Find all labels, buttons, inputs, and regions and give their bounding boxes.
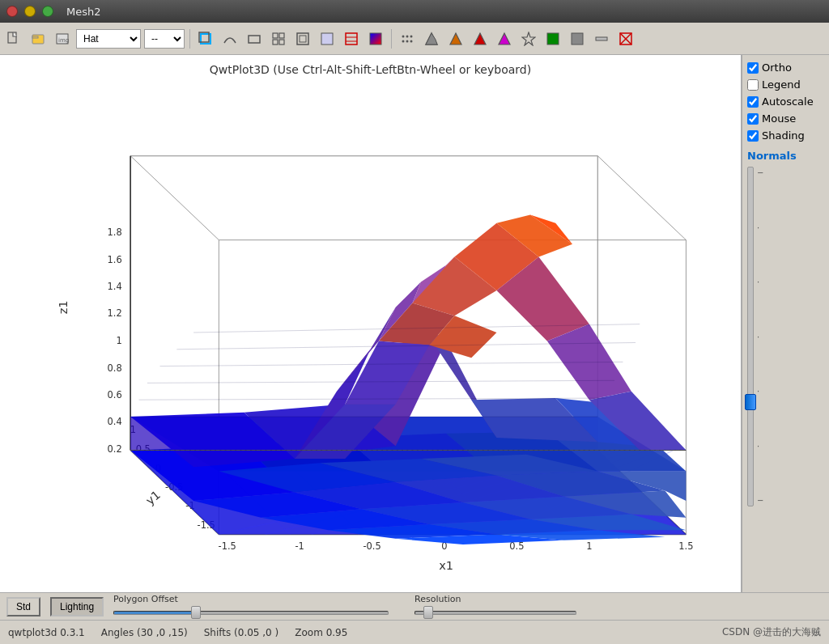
shading-checkbox[interactable] — [747, 130, 759, 142]
plot-canvas[interactable]: 0.2 0.4 0.6 0.8 1 1.2 1.4 1.6 1.8 z1 -1.… — [0, 80, 741, 585]
svg-point-22 — [402, 40, 405, 42]
svg-text:-1.5: -1.5 — [219, 540, 236, 552]
svg-marker-28 — [474, 33, 486, 44]
mountain-icon[interactable] — [421, 28, 442, 49]
color-icon[interactable] — [365, 28, 386, 49]
ortho-label: Ortho — [762, 61, 792, 74]
svg-point-21 — [410, 35, 413, 37]
svg-point-19 — [402, 35, 405, 37]
svg-text:0.4: 0.4 — [108, 416, 122, 427]
resolution-group: Resolution — [414, 594, 576, 619]
svg-rect-18 — [370, 33, 381, 44]
svg-text:-1: -1 — [295, 540, 304, 552]
polygon-offset-label: Polygon Offset — [113, 594, 178, 604]
svg-text:1.2: 1.2 — [108, 307, 122, 319]
open-icon[interactable] — [28, 28, 49, 49]
curve-icon[interactable] — [219, 28, 240, 49]
svg-rect-8 — [273, 33, 278, 38]
lighting-button[interactable]: Lighting — [50, 597, 104, 616]
svg-rect-11 — [279, 40, 284, 44]
svg-text:0.8: 0.8 — [108, 362, 122, 374]
mesh-icon[interactable] — [341, 28, 362, 49]
resolution-thumb[interactable] — [423, 606, 433, 619]
normals-dot-bot: − — [757, 496, 763, 505]
box-icon[interactable] — [195, 28, 216, 49]
svg-text:img: img — [58, 37, 69, 44]
resolution-slider[interactable] — [414, 606, 576, 619]
mouse-row: Mouse — [747, 112, 824, 125]
autoscale-label: Autoscale — [762, 95, 814, 108]
normals-dot-mid4: · — [757, 387, 763, 396]
maximize-button[interactable] — [42, 6, 53, 17]
separator-2 — [391, 29, 392, 49]
svg-point-20 — [406, 35, 409, 37]
minimize-button[interactable] — [24, 6, 36, 17]
purpletri-icon[interactable] — [494, 28, 515, 49]
svg-rect-14 — [321, 33, 333, 44]
statusbar-left: qwtplot3d 0.3.1 Angles (30 ,0 ,15) Shift… — [8, 627, 347, 638]
svg-marker-29 — [499, 33, 510, 44]
toolbar: img Hat Cone Paraboloid -- solid dashed — [0, 23, 829, 55]
shading-label: Shading — [762, 129, 805, 142]
autoscale-checkbox[interactable] — [747, 96, 759, 108]
version-text: qwtplot3d 0.3.1 — [8, 627, 85, 638]
resolution-label: Resolution — [414, 594, 461, 604]
normals-slider-dots: − · · · · · − — [757, 167, 763, 506]
legend-row: Legend — [747, 78, 824, 91]
svg-text:1: 1 — [116, 335, 121, 346]
spiky-icon[interactable] — [518, 28, 539, 49]
svg-rect-10 — [273, 40, 278, 44]
line-select[interactable]: -- solid dashed — [144, 29, 185, 49]
polygon-offset-thumb[interactable] — [191, 606, 201, 619]
filled-icon[interactable] — [317, 28, 338, 49]
main-content: QwtPlot3D (Use Ctrl-Alt-Shift-LeftBtn-Wh… — [0, 55, 829, 592]
window-title: Mesh2 — [66, 6, 101, 18]
close-button[interactable] — [6, 6, 18, 17]
normals-dot-top: − — [757, 168, 763, 177]
svg-text:1: 1 — [586, 540, 592, 552]
grid-icon[interactable] — [268, 28, 289, 49]
legend-checkbox[interactable] — [747, 79, 759, 91]
legend-label: Legend — [762, 78, 801, 91]
angles-text: Angles (30 ,0 ,15) — [101, 627, 188, 638]
separator-1 — [189, 29, 190, 49]
bottom-controls: Std Lighting Polygon Offset Resolution — [0, 592, 829, 620]
mouse-checkbox[interactable] — [747, 113, 759, 125]
plot-title: QwtPlot3D (Use Ctrl-Alt-Shift-LeftBtn-Wh… — [0, 55, 741, 80]
polygon-offset-slider[interactable] — [113, 606, 389, 619]
shading-row: Shading — [747, 129, 824, 142]
normals-dot-mid5: · — [757, 442, 763, 451]
ortho-checkbox[interactable] — [747, 62, 759, 74]
normals-slider-thumb[interactable] — [745, 394, 756, 410]
export-icon[interactable]: img — [52, 28, 73, 49]
style-select[interactable]: Hat Cone Paraboloid — [76, 29, 141, 49]
triangle-icon[interactable] — [445, 28, 466, 49]
svg-text:0.6: 0.6 — [108, 389, 122, 400]
svg-rect-2 — [32, 36, 38, 38]
normals-label: Normals — [747, 150, 824, 162]
svg-rect-31 — [547, 33, 559, 44]
flat-icon[interactable] — [591, 28, 612, 49]
rect-icon[interactable] — [244, 28, 265, 49]
svg-text:x1: x1 — [439, 558, 453, 572]
svg-marker-30 — [522, 32, 535, 45]
crossout-icon[interactable] — [615, 28, 636, 49]
svg-rect-13 — [300, 36, 306, 42]
statusbar-right: CSDN @进击的大海贼 — [722, 625, 821, 639]
new-icon[interactable] — [3, 28, 24, 49]
dots-icon[interactable] — [397, 28, 418, 49]
std-button[interactable]: Std — [6, 597, 40, 616]
green-icon[interactable] — [542, 28, 563, 49]
gray-icon[interactable] — [567, 28, 588, 49]
ortho-row: Ortho — [747, 61, 824, 74]
svg-rect-9 — [279, 33, 284, 38]
redtri-icon[interactable] — [470, 28, 491, 49]
normals-dot-mid2: · — [757, 278, 763, 286]
svg-text:1.6: 1.6 — [108, 254, 122, 265]
svg-rect-32 — [572, 33, 583, 44]
statusbar: qwtplot3d 0.3.1 Angles (30 ,0 ,15) Shift… — [0, 620, 829, 644]
svg-text:z1: z1 — [56, 300, 70, 314]
mouse-label: Mouse — [762, 112, 796, 125]
frame-icon[interactable] — [292, 28, 313, 49]
svg-rect-33 — [596, 37, 607, 40]
